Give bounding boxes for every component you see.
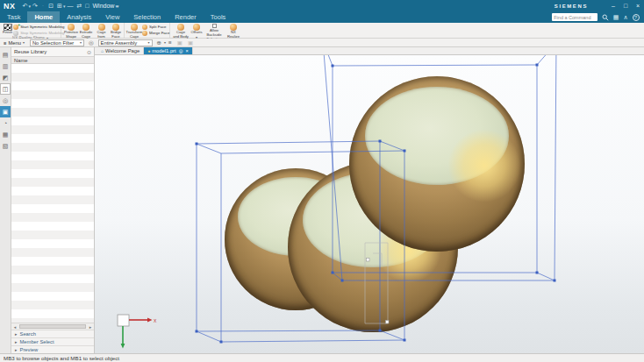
selection-scope-icon[interactable]: ◎ bbox=[89, 39, 94, 46]
tab-render[interactable]: Render bbox=[168, 11, 204, 23]
wcs-triad: X bbox=[118, 315, 157, 349]
siemens-logo: SIEMENS bbox=[555, 4, 588, 9]
nx-application-window: NX ↶ ▾ ↷ · ⊡ ⊞ ▾ — ⇄ □ Window ▾ ▾ SIEMEN… bbox=[0, 0, 644, 362]
split-face-icon bbox=[142, 25, 147, 30]
undo-icon[interactable]: ↶ bbox=[23, 3, 28, 9]
tab-view[interactable]: View bbox=[98, 11, 126, 23]
undo-dropdown-icon[interactable]: ▾ bbox=[28, 4, 31, 9]
ribbon-group-nx-realize-shape: Finish + Start Symmetric Modeling Stop S… bbox=[0, 23, 61, 38]
transform-cage-button[interactable]: Transform Cage bbox=[126, 24, 142, 39]
part-icon: ● bbox=[147, 48, 150, 53]
window-layout-icon[interactable]: □ bbox=[85, 3, 89, 9]
menu-icon: ≡ bbox=[4, 40, 6, 46]
resource-bar-icon-5[interactable]: ◎ bbox=[0, 95, 11, 106]
find-command-input[interactable]: Find a Command bbox=[552, 13, 597, 21]
tab-pin-icon[interactable]: ◎ bbox=[179, 48, 183, 53]
menu-button[interactable]: ≡ Menu ▾ bbox=[0, 40, 28, 46]
start-symmetric-modeling-button[interactable]: + Start Symmetric Modeling bbox=[13, 24, 64, 30]
tab-model1-prt[interactable]: ● model1.prt ◎ × bbox=[144, 47, 192, 54]
restore-button[interactable]: □ bbox=[619, 0, 632, 11]
selection-filter-dropdown[interactable]: No Selection Filter ▾ bbox=[30, 39, 84, 46]
window-menu[interactable]: Window bbox=[93, 3, 115, 9]
stop-symmetric-modeling-button[interactable]: Stop Symmetric Modeling bbox=[13, 30, 64, 36]
cage-vertex-handles bbox=[196, 64, 556, 344]
close-button[interactable]: × bbox=[632, 0, 644, 11]
status-bar: MB3 to browse objects and MB1 to select … bbox=[0, 353, 644, 362]
resource-bar-icon-2[interactable]: ▥ bbox=[0, 60, 11, 72]
scroll-right-icon[interactable]: ▸ bbox=[87, 324, 94, 330]
expand-arrow-icon: ▸ bbox=[15, 331, 18, 337]
finish-button[interactable]: Finish bbox=[2, 24, 13, 35]
ribbon: Finish + Start Symmetric Modeling Stop S… bbox=[0, 23, 644, 39]
graphics-viewport[interactable]: X bbox=[95, 55, 644, 353]
reuse-library-list[interactable] bbox=[11, 64, 94, 323]
menu-dropdown-icon: ▾ bbox=[23, 40, 25, 45]
print-icon[interactable]: ⊡ bbox=[48, 3, 54, 9]
tab-tools[interactable]: Tools bbox=[204, 11, 233, 23]
ribbon-group-edit: Transform Cage Split Face Merge Face Edi… bbox=[125, 23, 170, 38]
search-icon[interactable] bbox=[602, 14, 609, 21]
copy-icon[interactable]: ⊞ bbox=[57, 3, 62, 9]
cage-left-connectors bbox=[197, 141, 404, 342]
resource-bar-icon-6[interactable]: ▣ bbox=[0, 106, 11, 117]
primitive-shape-button[interactable]: Primitive Shape bbox=[63, 24, 79, 39]
redo-icon[interactable]: ↷ bbox=[32, 3, 38, 9]
quick-access-separator: · bbox=[42, 3, 44, 9]
snap-point-dropdown-icon[interactable]: ▾ bbox=[164, 40, 166, 45]
document-tab-bar: ⌂ Welcome Page ● model1.prt ◎ × bbox=[95, 47, 644, 55]
tab-welcome-page[interactable]: ⌂ Welcome Page bbox=[97, 47, 144, 54]
resource-bar-icon-9[interactable]: ▧ bbox=[0, 140, 11, 152]
copy-dropdown-icon[interactable]: ▾ bbox=[63, 4, 66, 9]
triad-x-arrowhead bbox=[147, 318, 153, 323]
ribbon-group-preference: Cage and Body ▾ Offsets ▾ Allow Backside… bbox=[170, 23, 251, 38]
disabled-tool-icon-1: ▣ bbox=[177, 39, 182, 46]
minimize-ribbon-icon[interactable]: ∧ bbox=[623, 14, 627, 20]
pin-icon[interactable]: ⊙ bbox=[87, 49, 91, 55]
tab-analysis[interactable]: Analysis bbox=[60, 11, 98, 23]
snap-point-icon[interactable]: ⊕ bbox=[157, 39, 161, 46]
tab-home[interactable]: Home bbox=[27, 11, 60, 23]
title-bar: NX ↶ ▾ ↷ · ⊡ ⊞ ▾ — ⇄ □ Window ▾ ▾ SIEMEN… bbox=[0, 0, 644, 11]
scroll-left-icon[interactable]: ◂ bbox=[11, 324, 18, 330]
resource-bar-icon-1[interactable]: ▤ bbox=[0, 49, 11, 60]
bridge-face-button[interactable]: Bridge Face bbox=[110, 24, 122, 39]
reuse-library-panel: Reuse Library ⊙ Name ◂ ▸ ▸ Search ▸ Memb… bbox=[11, 47, 95, 353]
merge-face-button[interactable]: Merge Face bbox=[142, 30, 169, 36]
selection-scope-dropdown[interactable]: Entire Assembly ▾ bbox=[98, 39, 153, 46]
horizontal-scrollbar[interactable]: ◂ ▸ bbox=[11, 323, 94, 330]
section-search[interactable]: ▸ Search bbox=[11, 330, 94, 337]
utility-bar: ≡ Menu ▾ No Selection Filter ▾ ◎ Entire … bbox=[0, 39, 644, 47]
expand-arrow-icon: ▸ bbox=[15, 339, 18, 344]
resource-bar-icon-3[interactable]: ◩ bbox=[0, 72, 11, 83]
triad-x-label: X bbox=[154, 318, 157, 323]
nx-logo: NX bbox=[4, 2, 16, 11]
cage-right-front-face bbox=[333, 65, 537, 273]
welcome-page-icon: ⌂ bbox=[101, 48, 104, 53]
tab-task[interactable]: Task bbox=[0, 11, 27, 23]
resource-bar-icon-reuse-library[interactable]: ◫ bbox=[0, 83, 11, 95]
triad-plane-icon bbox=[118, 315, 129, 326]
panel-title: Reuse Library bbox=[14, 49, 47, 54]
tab-selection[interactable]: Selection bbox=[126, 11, 168, 23]
switch-window-icon[interactable]: ⇄ bbox=[76, 3, 82, 9]
command-finder-icon[interactable]: ▦ bbox=[613, 14, 619, 20]
selection-filter-dropdown-icon: ▾ bbox=[80, 40, 82, 45]
cage-right-connectors bbox=[323, 55, 556, 280]
customize-quick-access-icon[interactable]: ▾ bbox=[117, 4, 119, 9]
split-face-button[interactable]: Split Face bbox=[142, 24, 169, 30]
help-icon[interactable]: ? bbox=[633, 14, 640, 21]
resource-bar-icon-8[interactable]: ▦ bbox=[0, 129, 11, 140]
tab-close-icon[interactable]: × bbox=[185, 48, 188, 53]
ribbon-tab-bar: Task Home Analysis View Selection Render… bbox=[0, 11, 644, 23]
section-preview[interactable]: ▸ Preview bbox=[11, 345, 94, 353]
name-column-header[interactable]: Name bbox=[11, 56, 94, 64]
resource-bar-icon-history[interactable]: ◔ bbox=[0, 117, 11, 129]
disabled-tool-icon-2: ▣ bbox=[188, 39, 193, 46]
selection-scope-dropdown-icon: ▾ bbox=[148, 40, 150, 45]
offsets-button[interactable]: Offsets ▾ bbox=[190, 24, 204, 39]
equal-constraint-icon[interactable]: ≡ bbox=[168, 39, 172, 46]
minimize-button[interactable]: – bbox=[607, 0, 619, 11]
scrollbar-thumb[interactable] bbox=[19, 324, 86, 329]
start-symmetric-modeling-icon: + bbox=[13, 25, 18, 30]
section-member-select[interactable]: ▸ Member Select bbox=[11, 337, 94, 345]
